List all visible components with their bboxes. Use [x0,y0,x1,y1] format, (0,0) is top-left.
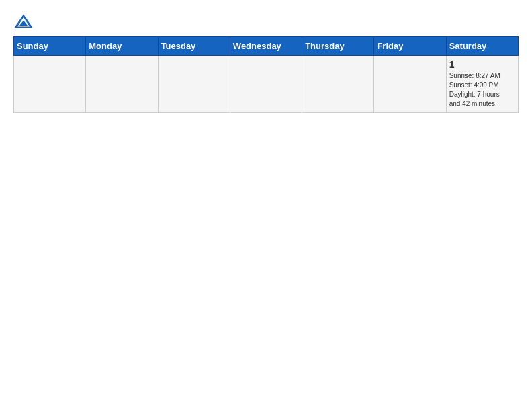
column-header-tuesday: Tuesday [158,37,230,56]
empty-cell [230,56,302,113]
day-info: Sunrise: 8:27 AM Sunset: 4:09 PM Dayligh… [449,71,515,109]
calendar-header-row: SundayMondayTuesdayWednesdayThursdayFrid… [14,37,519,56]
column-header-wednesday: Wednesday [230,37,302,56]
empty-cell [14,56,86,113]
empty-cell [302,56,374,113]
column-header-monday: Monday [86,37,158,56]
empty-cell [158,56,230,113]
column-header-thursday: Thursday [302,37,374,56]
empty-cell [374,56,446,113]
calendar-day-cell: 1Sunrise: 8:27 AM Sunset: 4:09 PM Daylig… [446,56,518,113]
calendar-table: SundayMondayTuesdayWednesdayThursdayFrid… [13,36,519,113]
column-header-friday: Friday [374,37,446,56]
empty-cell [86,56,158,113]
logo [13,13,36,30]
calendar-week-row: 1Sunrise: 8:27 AM Sunset: 4:09 PM Daylig… [14,56,519,113]
column-header-saturday: Saturday [446,37,518,56]
column-header-sunday: Sunday [14,37,86,56]
logo-icon [13,13,34,30]
page-header [13,13,519,30]
day-number: 1 [449,59,515,70]
